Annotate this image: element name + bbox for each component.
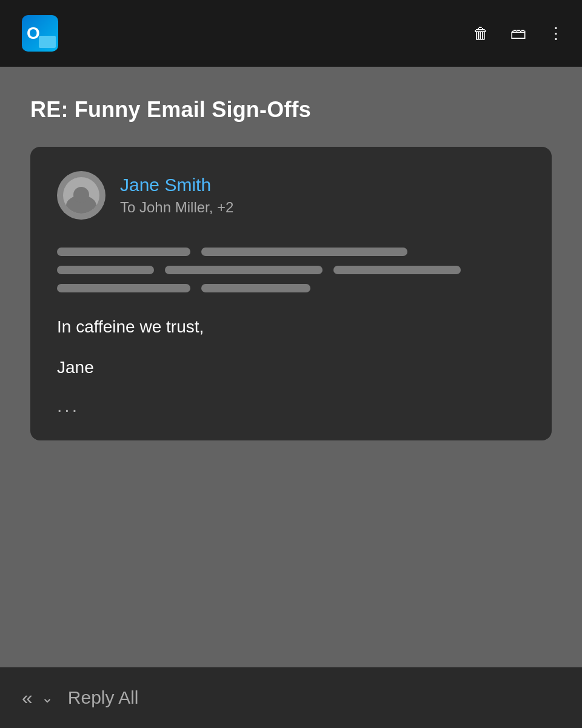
top-bar-actions: 🗑 🗃 ⋮ <box>473 24 564 43</box>
line-bar <box>57 266 154 274</box>
archive-button[interactable]: 🗃 <box>510 24 526 43</box>
reply-all-section[interactable]: « ⌄ Reply All <box>22 687 139 709</box>
delete-button[interactable]: 🗑 <box>473 24 489 43</box>
sender-to: To John Miller, +2 <box>120 199 233 216</box>
outlook-logo <box>18 12 62 55</box>
reply-all-icon: « <box>22 687 33 709</box>
more-options-button[interactable]: ⋮ <box>548 24 564 43</box>
line-row-2 <box>57 266 525 274</box>
main-content: RE: Funny Email Sign-Offs Jane Smith To … <box>0 67 582 667</box>
avatar-icon <box>63 177 99 214</box>
line-bar <box>57 284 190 292</box>
line-bar <box>201 284 310 292</box>
bottom-bar: « ⌄ Reply All <box>0 667 582 728</box>
email-ellipsis: ... <box>57 396 525 416</box>
reply-dropdown-chevron-icon[interactable]: ⌄ <box>41 689 53 706</box>
content-placeholder-lines <box>57 248 525 292</box>
outlook-logo-icon <box>22 15 58 52</box>
sender-name[interactable]: Jane Smith <box>120 175 233 195</box>
avatar <box>57 171 105 220</box>
sender-section: Jane Smith To John Miller, +2 <box>57 171 525 220</box>
line-row-1 <box>57 248 525 256</box>
email-subject: RE: Funny Email Sign-Offs <box>30 97 552 123</box>
reply-all-label[interactable]: Reply All <box>68 687 139 708</box>
line-bar <box>165 266 323 274</box>
envelope-icon <box>39 36 56 48</box>
line-bar <box>333 266 461 274</box>
sender-info: Jane Smith To John Miller, +2 <box>120 175 233 216</box>
email-card: Jane Smith To John Miller, +2 In caffein… <box>30 147 552 440</box>
line-bar <box>57 248 190 256</box>
line-row-3 <box>57 284 525 292</box>
email-body-text: In caffeine we trust, <box>57 314 525 340</box>
email-signature: Jane <box>57 358 525 377</box>
top-bar: 🗑 🗃 ⋮ <box>0 0 582 67</box>
line-bar <box>201 248 407 256</box>
